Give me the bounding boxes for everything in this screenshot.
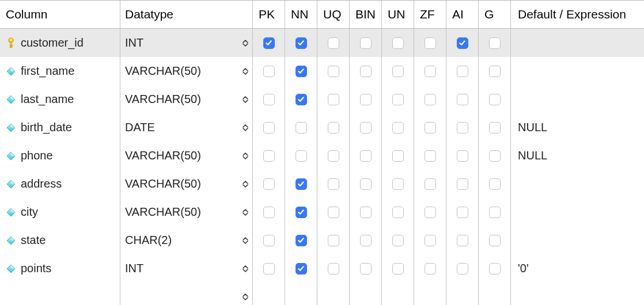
- datatype-stepper-icon[interactable]: [241, 234, 250, 247]
- ai-checkbox[interactable]: [457, 37, 468, 49]
- datatype-cell[interactable]: INT: [120, 29, 253, 57]
- datatype-stepper-icon[interactable]: [241, 291, 250, 303]
- nn-checkbox[interactable]: [296, 178, 307, 190]
- table-row[interactable]: customer_idINT: [0, 29, 644, 57]
- nn-checkbox[interactable]: [296, 263, 307, 274]
- g-checkbox[interactable]: [489, 94, 501, 105]
- nn-checkbox[interactable]: [296, 37, 307, 49]
- uq-checkbox[interactable]: [328, 37, 339, 49]
- table-row[interactable]: birth_dateDATENULL: [0, 113, 644, 142]
- un-checkbox[interactable]: [392, 178, 404, 190]
- un-checkbox[interactable]: [392, 150, 404, 162]
- un-checkbox[interactable]: [392, 66, 404, 77]
- g-checkbox[interactable]: [489, 263, 501, 274]
- table-row[interactable]: first_nameVARCHAR(50): [0, 57, 644, 85]
- ai-checkbox[interactable]: [457, 66, 468, 77]
- nn-checkbox[interactable]: [296, 66, 307, 77]
- uq-checkbox[interactable]: [328, 235, 339, 246]
- ai-checkbox[interactable]: [457, 207, 468, 218]
- table-row[interactable]: last_nameVARCHAR(50): [0, 85, 644, 113]
- column-name-cell[interactable]: customer_id: [0, 29, 120, 57]
- pk-checkbox[interactable]: [263, 66, 275, 77]
- datatype-stepper-icon[interactable]: [241, 65, 250, 78]
- header-un[interactable]: UN: [382, 1, 414, 28]
- uq-checkbox[interactable]: [328, 178, 339, 190]
- header-pk[interactable]: PK: [253, 1, 285, 28]
- zf-checkbox[interactable]: [425, 122, 436, 134]
- datatype-cell[interactable]: VARCHAR(50): [120, 198, 253, 226]
- un-checkbox[interactable]: [392, 122, 404, 134]
- g-checkbox[interactable]: [489, 122, 501, 134]
- uq-checkbox[interactable]: [328, 94, 339, 105]
- bin-checkbox[interactable]: [360, 150, 372, 162]
- datatype-stepper-icon[interactable]: [241, 121, 250, 134]
- nn-checkbox[interactable]: [296, 94, 307, 105]
- ai-checkbox[interactable]: [457, 122, 468, 134]
- un-checkbox[interactable]: [392, 235, 404, 246]
- nn-checkbox[interactable]: [296, 235, 307, 246]
- uq-checkbox[interactable]: [328, 150, 339, 162]
- zf-checkbox[interactable]: [425, 207, 436, 218]
- pk-checkbox[interactable]: [263, 263, 275, 274]
- table-row[interactable]: cityVARCHAR(50): [0, 198, 644, 226]
- un-checkbox[interactable]: [392, 207, 404, 218]
- ai-checkbox[interactable]: [457, 178, 468, 190]
- default-cell[interactable]: [511, 198, 644, 226]
- nn-checkbox[interactable]: [296, 207, 307, 218]
- g-checkbox[interactable]: [489, 37, 501, 49]
- header-nn[interactable]: NN: [285, 1, 317, 28]
- column-name-cell[interactable]: phone: [0, 142, 120, 170]
- datatype-cell[interactable]: VARCHAR(50): [120, 57, 253, 85]
- zf-checkbox[interactable]: [425, 235, 436, 246]
- datatype-cell[interactable]: DATE: [120, 113, 253, 142]
- zf-checkbox[interactable]: [425, 66, 436, 77]
- un-checkbox[interactable]: [392, 94, 404, 105]
- bin-checkbox[interactable]: [360, 94, 372, 105]
- default-cell[interactable]: '0': [511, 254, 644, 283]
- datatype-cell[interactable]: [120, 283, 253, 305]
- column-name-cell[interactable]: city: [0, 198, 120, 226]
- column-name-cell[interactable]: first_name: [0, 57, 120, 85]
- un-checkbox[interactable]: [392, 263, 404, 274]
- datatype-cell[interactable]: CHAR(2): [120, 226, 253, 254]
- column-name-cell[interactable]: address: [0, 170, 120, 198]
- pk-checkbox[interactable]: [263, 235, 275, 246]
- column-name-cell[interactable]: [0, 283, 120, 305]
- column-name-cell[interactable]: state: [0, 226, 120, 254]
- uq-checkbox[interactable]: [328, 66, 339, 77]
- ai-checkbox[interactable]: [457, 94, 468, 105]
- bin-checkbox[interactable]: [360, 37, 372, 49]
- nn-checkbox[interactable]: [296, 122, 307, 134]
- uq-checkbox[interactable]: [328, 263, 339, 274]
- pk-checkbox[interactable]: [263, 37, 275, 49]
- datatype-stepper-icon[interactable]: [241, 93, 250, 106]
- datatype-cell[interactable]: VARCHAR(50): [120, 85, 253, 113]
- ai-checkbox[interactable]: [457, 263, 468, 274]
- uq-checkbox[interactable]: [328, 207, 339, 218]
- bin-checkbox[interactable]: [360, 122, 372, 134]
- datatype-stepper-icon[interactable]: [241, 150, 250, 162]
- header-uq[interactable]: UQ: [317, 1, 350, 28]
- datatype-stepper-icon[interactable]: [241, 178, 250, 190]
- nn-checkbox[interactable]: [296, 150, 307, 162]
- un-checkbox[interactable]: [392, 37, 404, 49]
- pk-checkbox[interactable]: [263, 178, 275, 190]
- default-cell[interactable]: [511, 85, 644, 113]
- table-row[interactable]: stateCHAR(2): [0, 226, 644, 254]
- zf-checkbox[interactable]: [425, 37, 436, 49]
- g-checkbox[interactable]: [489, 207, 501, 218]
- ai-checkbox[interactable]: [457, 150, 468, 162]
- header-default[interactable]: Default / Expression: [511, 1, 644, 28]
- zf-checkbox[interactable]: [425, 150, 436, 162]
- bin-checkbox[interactable]: [360, 207, 372, 218]
- default-cell[interactable]: NULL: [511, 113, 644, 142]
- g-checkbox[interactable]: [489, 150, 501, 162]
- ai-checkbox[interactable]: [457, 235, 468, 246]
- datatype-cell[interactable]: VARCHAR(50): [120, 142, 253, 170]
- g-checkbox[interactable]: [489, 66, 501, 77]
- uq-checkbox[interactable]: [328, 122, 339, 134]
- bin-checkbox[interactable]: [360, 263, 372, 274]
- header-bin[interactable]: BIN: [350, 1, 382, 28]
- column-name-cell[interactable]: last_name: [0, 85, 120, 113]
- default-cell[interactable]: [511, 57, 644, 85]
